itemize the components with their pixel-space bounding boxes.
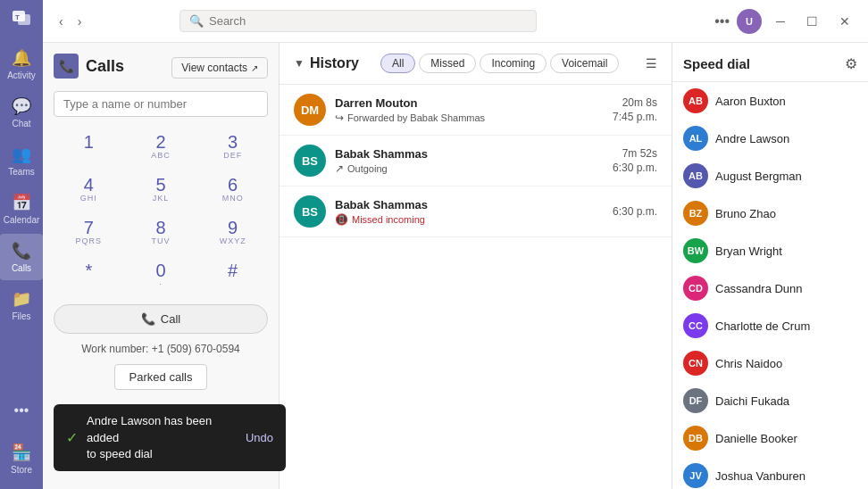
speed-dial-header: Speed dial ⚙ (672, 43, 868, 82)
speed-dial-title: Speed dial (683, 56, 750, 71)
dialpad-key-9[interactable]: 9WXYZ (197, 211, 268, 253)
call-name: Babak Shammas (335, 198, 604, 211)
speed-dial-panel: Speed dial ⚙ AB Aaron Buxton AL Andre La… (672, 43, 868, 489)
phone-icon: 📞 (141, 312, 155, 326)
speed-dial-avatar: AB (683, 163, 708, 188)
parked-calls-button[interactable]: Parked calls (114, 364, 208, 390)
dialpad-key-#[interactable]: # (197, 254, 268, 295)
topbar-right: ••• U ─ ☐ ✕ (714, 9, 857, 34)
topbar: ‹ › 🔍 ••• U ─ ☐ ✕ (43, 0, 868, 43)
call-list-item[interactable]: BS Babak Shammas ↗ Outgoing 7m 52s 6:30 … (280, 136, 672, 186)
sidebar-item-activity-label: Activity (7, 70, 36, 80)
speed-dial-avatar: DB (683, 426, 708, 451)
speed-dial-item[interactable]: AB August Bergman (672, 157, 868, 195)
speed-dial-contact-name: Chris Naidoo (715, 357, 782, 370)
view-contacts-button[interactable]: View contacts ↗ (171, 57, 268, 79)
call-info: Babak Shammas ↗ Outgoing (335, 147, 604, 175)
dialpad-key-8[interactable]: 8TUV (126, 211, 196, 253)
dialpad-key-3[interactable]: 3DEF (197, 126, 268, 167)
nav-buttons: ‹ › (54, 11, 87, 32)
speed-dial-item[interactable]: CN Chris Naidoo (672, 344, 868, 382)
sidebar-item-teams[interactable]: 👥 Teams (0, 137, 43, 184)
dialpad-key-2[interactable]: 2ABC (126, 126, 196, 167)
dialpad-key-*[interactable]: * (54, 254, 124, 295)
call-list-item[interactable]: BS Babak Shammas 📵 Missed incoming 6:30 … (280, 186, 672, 237)
search-icon: 🔍 (189, 14, 204, 28)
filter-tab-missed[interactable]: Missed (419, 54, 476, 73)
call-name: Darren Mouton (335, 96, 604, 110)
filter-tab-all[interactable]: All (380, 54, 415, 73)
speed-dial-item[interactable]: JV Joshua Vanburen (672, 457, 868, 489)
dialpad-key-0[interactable]: 0· (126, 254, 196, 295)
dialpad-key-1[interactable]: 1 (54, 126, 124, 167)
call-meta: 7m 52s 6:30 p.m. (613, 147, 657, 174)
call-list-item[interactable]: DM Darren Mouton ↪ Forwarded by Babak Sh… (280, 85, 672, 136)
speed-dial-settings-icon[interactable]: ⚙ (845, 55, 857, 72)
sidebar-item-store[interactable]: 🏪 Store (0, 435, 43, 482)
speed-dial-avatar: BZ (683, 201, 708, 226)
speed-dial-item[interactable]: DB Danielle Booker (672, 419, 868, 457)
calendar-icon: 📅 (12, 193, 31, 212)
sidebar-item-teams-label: Teams (8, 167, 34, 177)
collapse-icon[interactable]: ▼ (294, 57, 305, 70)
toast-undo-button[interactable]: Undo (246, 431, 273, 444)
name-number-input[interactable] (54, 91, 268, 117)
call-time: 7:45 p.m. (613, 111, 657, 123)
work-number-label: Work number: +1 (509) 670-0594 (54, 343, 268, 355)
call-time: 6:30 p.m. (613, 162, 657, 174)
dialpad-key-7[interactable]: 7PQRS (54, 211, 124, 253)
sidebar-item-calendar[interactable]: 📅 Calendar (0, 186, 43, 232)
speed-dial-item[interactable]: CC Charlotte de Crum (672, 307, 868, 344)
speed-dial-contact-name: Andre Lawson (715, 132, 789, 145)
speed-dial-list: AB Aaron Buxton AL Andre Lawson AB Augus… (672, 82, 868, 489)
call-avatar: BS (294, 195, 326, 228)
speed-dial-item[interactable]: DF Daichi Fukada (672, 382, 868, 419)
sidebar-item-files[interactable]: 📁 Files (0, 282, 43, 328)
call-avatar: DM (294, 94, 326, 126)
minimize-button[interactable]: ─ (769, 11, 792, 32)
more-options-button[interactable]: ••• (714, 13, 730, 29)
dialpad-key-4[interactable]: 4GHI (54, 169, 124, 210)
call-status: ↪ Forwarded by Babak Shammas (335, 112, 604, 124)
close-button[interactable]: ✕ (832, 11, 857, 32)
history-panel: ▼ History AllMissedIncomingVoicemail ☰ D… (280, 43, 672, 489)
speed-dial-contact-name: August Bergman (715, 170, 802, 183)
speed-dial-item[interactable]: BZ Bruno Zhao (672, 195, 868, 232)
toast-message: Andre Lawson has been addedto speed dial (87, 413, 237, 462)
filter-options-icon[interactable]: ☰ (646, 56, 657, 70)
sidebar-item-files-label: Files (12, 311, 30, 321)
speed-dial-item[interactable]: BW Bryan Wright (672, 232, 868, 269)
filter-tab-incoming[interactable]: Incoming (480, 54, 547, 73)
call-button[interactable]: 📞 Call (54, 304, 268, 334)
dialpad-key-6[interactable]: 6MNO (197, 169, 268, 210)
teams-logo[interactable]: T (7, 4, 36, 32)
speed-dial-contact-name: Aaron Buxton (715, 95, 786, 108)
sidebar-item-chat[interactable]: 💬 Chat (0, 89, 43, 136)
filter-tabs: AllMissedIncomingVoicemail (380, 54, 619, 73)
search-input[interactable] (209, 14, 527, 28)
speed-dial-contact-name: Cassandra Dunn (715, 282, 803, 295)
sidebar-item-activity[interactable]: 🔔 Activity (0, 41, 43, 87)
filter-tab-voicemail[interactable]: Voicemail (550, 54, 619, 73)
speed-dial-avatar: CN (683, 351, 708, 376)
user-avatar[interactable]: U (737, 9, 762, 34)
dialpad: 12ABC3DEF4GHI5JKL6MNO7PQRS8TUV9WXYZ*0·# (54, 126, 268, 295)
speed-dial-avatar: CD (683, 276, 708, 301)
dialpad-key-5[interactable]: 5JKL (126, 169, 196, 210)
speed-dial-item[interactable]: AL Andre Lawson (672, 120, 868, 157)
history-title-area: ▼ History (294, 55, 359, 71)
sidebar-item-more[interactable]: ••• (0, 387, 43, 434)
call-status: 📵 Missed incoming (335, 213, 604, 226)
maximize-button[interactable]: ☐ (799, 11, 825, 32)
search-bar[interactable]: 🔍 (179, 10, 537, 32)
speed-dial-contact-name: Bryan Wright (715, 244, 782, 258)
speed-dial-contact-name: Bruno Zhao (715, 207, 776, 220)
nav-back-button[interactable]: ‹ (54, 11, 69, 32)
nav-forward-button[interactable]: › (72, 11, 88, 32)
speed-dial-avatar: AL (683, 126, 708, 151)
speed-dial-item[interactable]: CD Cassandra Dunn (672, 269, 868, 307)
speed-dial-avatar: CC (683, 313, 708, 338)
sidebar-item-calls[interactable]: 📞 Calls (0, 234, 43, 280)
speed-dial-item[interactable]: AB Aaron Buxton (672, 82, 868, 120)
speed-dial-avatar: DF (683, 388, 708, 413)
